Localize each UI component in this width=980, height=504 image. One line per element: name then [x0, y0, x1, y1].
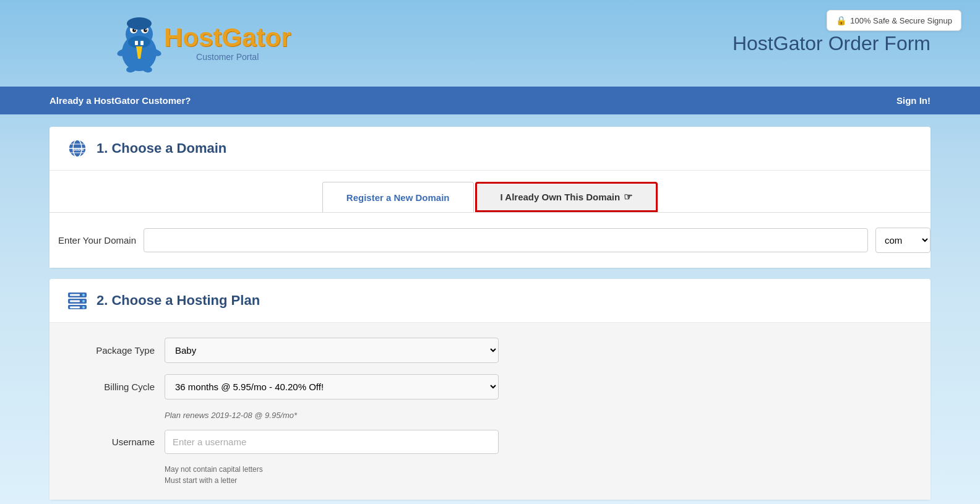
- domain-tabs-container: Register a New Domain I Already Own This…: [49, 171, 931, 268]
- plan-renews-note: Plan renews 2019-12-08 @ 9.95/mo*: [165, 411, 906, 420]
- username-row: Username: [74, 430, 906, 454]
- hint1: May not contain capital letters: [165, 465, 906, 474]
- section-choose-domain: www 1. Choose a Domain Register a New Do…: [49, 127, 931, 268]
- svg-rect-27: [70, 294, 80, 296]
- header-order-form-title: HostGator Order Form: [733, 32, 931, 55]
- package-type-row: Package Type Hatchling Baby Business: [74, 338, 906, 363]
- tld-select[interactable]: com net org info biz: [875, 228, 931, 253]
- billing-cycle-label: Billing Cycle: [74, 382, 155, 392]
- billing-cycle-row: Billing Cycle 36 months @ 5.95/mo - 40.2…: [74, 374, 906, 399]
- secure-badge: 🔒 100% Safe & Secure Signup: [827, 10, 961, 31]
- svg-rect-28: [70, 301, 80, 302]
- section2-title: 2. Choose a Hosting Plan: [97, 293, 260, 309]
- domain-input[interactable]: [144, 228, 868, 252]
- svg-text:www: www: [73, 147, 84, 152]
- section-hosting-plan: 2. Choose a Hosting Plan Package Type Ha…: [49, 279, 931, 500]
- nav-bar: Already a HostGator Customer? Sign In!: [0, 87, 980, 114]
- hint2: Must start with a letter: [165, 476, 906, 485]
- globe-icon: www: [67, 138, 88, 159]
- logo-text-area: HostGator Customer Portal: [164, 25, 291, 62]
- svg-point-32: [82, 306, 85, 309]
- logo-hostgator-text: HostGator: [164, 25, 291, 51]
- logo-area: HostGator Customer Portal: [111, 12, 291, 74]
- svg-point-11: [127, 17, 152, 30]
- svg-rect-10: [140, 41, 144, 45]
- package-type-label: Package Type: [74, 345, 155, 356]
- sign-in-link[interactable]: Sign In!: [896, 95, 931, 106]
- logo-portal-text: Customer Portal: [164, 52, 291, 62]
- package-type-select[interactable]: Hatchling Baby Business: [165, 338, 499, 363]
- secure-badge-label: 100% Safe & Secure Signup: [850, 16, 952, 25]
- username-input[interactable]: [165, 430, 499, 454]
- svg-point-30: [82, 294, 85, 296]
- section1-title: 1. Choose a Domain: [97, 140, 226, 156]
- svg-rect-29: [70, 307, 80, 309]
- tab-register-domain[interactable]: Register a New Domain: [322, 182, 474, 212]
- svg-point-8: [145, 29, 147, 30]
- tab-buttons-row: Register a New Domain I Already Own This…: [49, 171, 931, 213]
- server-icon: [67, 290, 88, 311]
- main-content: www 1. Choose a Domain Register a New Do…: [49, 127, 931, 500]
- domain-label: Enter Your Domain: [49, 235, 136, 246]
- already-customer-text: Already a HostGator Customer?: [49, 95, 191, 106]
- lock-icon: 🔒: [836, 15, 846, 25]
- billing-cycle-select[interactable]: 36 months @ 5.95/mo - 40.20% Off! 24 mon…: [165, 374, 499, 399]
- domain-input-row: Enter Your Domain com net org info biz: [49, 213, 931, 268]
- svg-point-31: [82, 300, 85, 302]
- username-label: Username: [74, 437, 155, 447]
- hosting-body: Package Type Hatchling Baby Business Bil…: [49, 323, 931, 500]
- tab-own-domain[interactable]: I Already Own This Domain: [475, 182, 658, 212]
- svg-rect-9: [135, 41, 138, 45]
- section1-header: www 1. Choose a Domain: [49, 127, 931, 171]
- section2-header: 2. Choose a Hosting Plan: [49, 279, 931, 323]
- gator-mascot: [111, 12, 167, 74]
